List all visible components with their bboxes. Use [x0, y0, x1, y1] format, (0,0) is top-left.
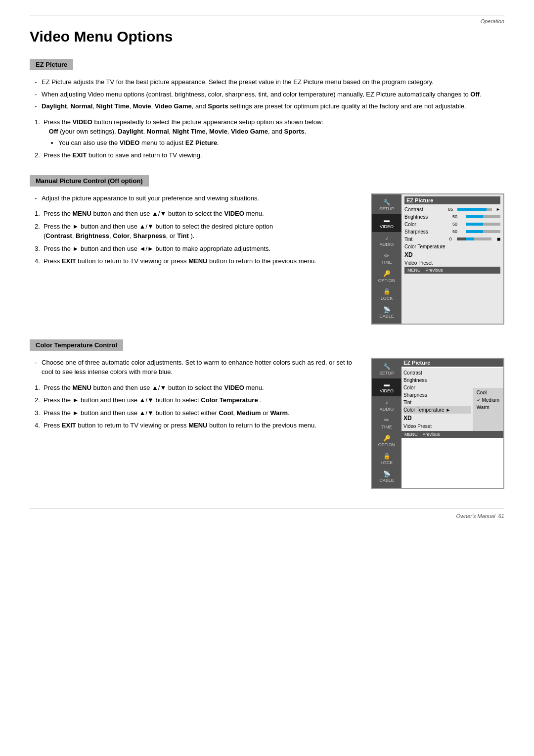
tv-row-colortemp: Color Temperature	[404, 243, 500, 250]
tv-footer-1: MENU Previous	[404, 267, 500, 274]
manual-picture-bullets: Adjust the picture appearance to suit yo…	[30, 193, 356, 203]
tv-bar-brightness	[466, 215, 500, 218]
list-item: 1. Press the MENU button and then use ▲/…	[35, 383, 356, 393]
list-item: You can also use the VIDEO menu to adjus…	[58, 138, 504, 148]
tv-menu-1: 🔧 SETUP ▬ VIDEO ♪ AUDIO	[371, 193, 504, 325]
tv-content-title-2: EZ Picture	[401, 359, 503, 367]
tv-arrow-tint: ◼	[497, 236, 500, 241]
list-item: 2. Press the ► button and then use ▲/▼ b…	[35, 395, 356, 405]
list-item: Daylight, Normal, Night Time, Movie, Vid…	[35, 101, 504, 111]
manual-picture-section: Manual Picture Control (Off option) Adju…	[30, 175, 504, 325]
tv-footer2-menu: MENU	[404, 432, 418, 437]
list-item: 2. Press the ► button and then use ▲/▼ b…	[35, 222, 356, 241]
cable2-icon: 📡	[374, 471, 400, 477]
tv-row-videopreset: Video Preset	[404, 259, 500, 267]
list-item: Adjust the picture appearance to suit yo…	[35, 193, 356, 203]
tv-label2-tint: Tint	[403, 400, 411, 405]
audio-icon: ♪	[374, 235, 400, 241]
lock-icon: 🔒	[374, 288, 400, 295]
list-item: 3. Press the ► button and then use ◄/► b…	[35, 244, 356, 254]
video-icon: ▬	[374, 217, 400, 224]
tv-content-2-wrapper: EZ Picture Contrast Brightness	[401, 359, 503, 488]
submenu-item-cool: Cool	[473, 389, 503, 396]
sidebar-item-setup: 🔧 SETUP	[372, 196, 401, 214]
list-item: 4. Press EXIT button to return to TV vie…	[35, 421, 356, 430]
color-temperature-text: Choose one of three automatic color adju…	[30, 358, 356, 433]
tv-row2-videopreset: Video Preset	[403, 423, 471, 430]
tv-val-sharpness: 50	[452, 229, 457, 234]
list-item: 3. Press the ► button and then use ▲/▼ b…	[35, 408, 356, 418]
video2-icon: ▬	[374, 381, 400, 388]
color-temperature-content: Choose one of three automatic color adju…	[30, 358, 504, 489]
tv-content-1: EZ Picture Contrast 85 ► Brightness 50	[401, 194, 503, 324]
tv-submenu: Cool Medium Warm	[473, 388, 503, 431]
operation-label: Operation	[30, 18, 504, 24]
sidebar-item-option: 🔑 OPTION	[372, 268, 401, 285]
tv-row2-contrast: Contrast	[403, 369, 471, 377]
tv-bar-contrast	[457, 208, 492, 211]
tv-row2-brightness: Brightness	[403, 377, 471, 384]
color-temperature-menu: 🔧 SETUP ▬ VIDEO ♪ AUDIO	[371, 358, 504, 489]
tv-label2-videopreset: Video Preset	[403, 424, 432, 429]
tv-xd2-label: XD	[403, 415, 412, 422]
list-item: 2. Press the EXIT button to save and ret…	[35, 150, 504, 160]
tv-row-xd: XD	[404, 250, 500, 259]
tv-row-brightness: Brightness 50	[404, 213, 500, 221]
option2-icon: 🔑	[374, 435, 400, 442]
manual-picture-content: Adjust the picture appearance to suit yo…	[30, 193, 504, 325]
tv-menu-2: 🔧 SETUP ▬ VIDEO ♪ AUDIO	[371, 358, 504, 489]
tv-label-videopreset: Video Preset	[404, 260, 433, 266]
tv-val-tint: 0	[449, 236, 452, 241]
sidebar2-item-lock: 🔒 LOCK	[372, 450, 401, 468]
page-number: 61	[498, 513, 504, 519]
manual-picture-header: Manual Picture Control (Off option)	[30, 175, 149, 187]
tv-label-contrast: Contrast	[404, 207, 444, 212]
cable-icon: 📡	[374, 306, 400, 313]
tv-label-color: Color	[404, 222, 444, 227]
tv-label-brightness: Brightness	[404, 214, 444, 220]
tv-footer2-previous: Previous	[423, 432, 440, 437]
ez-picture-bullets: EZ Picture adjusts the TV for the best p…	[30, 77, 504, 111]
tv-content-title-1: EZ Picture	[404, 196, 500, 204]
sidebar2-item-time: ✏ TIME	[372, 414, 401, 432]
list-item: 1. Press the VIDEO button repeatedly to …	[35, 117, 504, 148]
tv-row2-xd: XD	[403, 414, 471, 423]
tv-label2-color: Color	[403, 385, 415, 390]
list-item: 4. Press EXIT button to return to TV vie…	[35, 256, 356, 266]
tv-footer-menu: MENU	[407, 268, 421, 273]
tv-arrow-contrast: ►	[496, 207, 500, 212]
setup-icon: 🔧	[374, 199, 400, 206]
bottom-rule: Owner's Manual 61	[30, 509, 504, 519]
tv-label2-contrast: Contrast	[403, 370, 422, 376]
owners-manual-label: Owner's Manual	[456, 513, 495, 519]
sidebar-item-cable: 📡 CABLE	[372, 304, 401, 322]
ez-picture-steps: 1. Press the VIDEO button repeatedly to …	[30, 117, 504, 160]
tv-bar-color	[466, 223, 500, 226]
sidebar2-item-option: 🔑 OPTION	[372, 432, 401, 450]
tv-sidebar-2: 🔧 SETUP ▬ VIDEO ♪ AUDIO	[372, 359, 401, 488]
list-item: 1. Press the MENU button and then use ▲/…	[35, 209, 356, 219]
manual-picture-menu: 🔧 SETUP ▬ VIDEO ♪ AUDIO	[371, 193, 504, 325]
ez-picture-section: EZ Picture EZ Picture adjusts the TV for…	[30, 59, 504, 160]
page: Operation Video Menu Options EZ Picture …	[0, 0, 534, 756]
sidebar2-item-setup: 🔧 SETUP	[372, 361, 401, 378]
tv-sidebar-1: 🔧 SETUP ▬ VIDEO ♪ AUDIO	[372, 194, 401, 324]
color-temperature-bullets: Choose one of three automatic color adju…	[30, 358, 356, 377]
manual-picture-steps: 1. Press the MENU button and then use ▲/…	[30, 209, 356, 266]
tv-row-sharpness: Sharpness 50	[404, 228, 500, 236]
tv-footer-2: MENU Previous	[401, 431, 503, 438]
lock2-icon: 🔒	[374, 453, 400, 460]
tv-val-contrast: 85	[448, 207, 453, 212]
tv-row-tint: Tint 0 ◼	[404, 236, 500, 243]
manual-picture-text: Adjust the picture appearance to suit yo…	[30, 193, 356, 269]
color-temperature-header: Color Temperature Control	[30, 339, 123, 351]
tv-row2-sharpness: Sharpness	[403, 391, 471, 399]
tv-row2-colortemp: Color Temperature ►	[403, 406, 471, 414]
tv-row2-color: Color	[403, 384, 471, 391]
tv-xd-label: XD	[404, 251, 413, 258]
tv-bar-tint	[457, 237, 491, 240]
time-icon: ✏	[374, 252, 400, 259]
tv-bar-sharpness	[466, 230, 500, 233]
setup2-icon: 🔧	[374, 363, 400, 370]
list-item: Choose one of three automatic color adju…	[35, 358, 356, 377]
